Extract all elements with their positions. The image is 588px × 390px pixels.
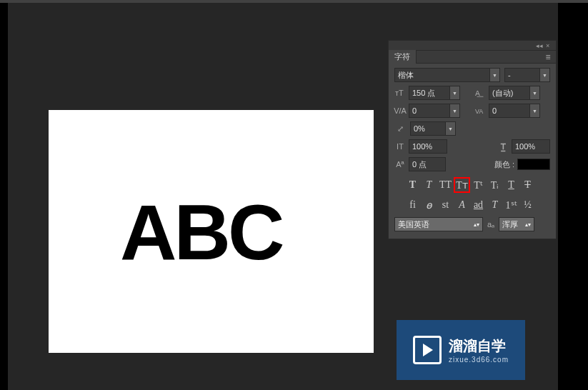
font-size-input[interactable]: 150 点 ▼: [409, 86, 460, 100]
character-panel: ◂◂ × 字符 ≡ 楷体 ▼ - ▼: [388, 40, 557, 239]
tab-character[interactable]: 字符: [389, 50, 417, 64]
fractions-button[interactable]: ½: [519, 197, 536, 213]
language-select[interactable]: 美国英语 ▴▾: [394, 217, 483, 231]
vertical-scale-icon: IT: [394, 141, 406, 152]
titling-alt-button[interactable]: T: [487, 197, 503, 213]
chevron-down-icon[interactable]: ▼: [449, 104, 459, 117]
watermark-text: 溜溜自学 zixue.3d66.com: [449, 336, 509, 364]
discretionary-lig-button[interactable]: st: [437, 197, 454, 213]
chevron-down-icon[interactable]: ▼: [529, 104, 539, 117]
svg-text:тT: тT: [395, 89, 404, 97]
color-label: 颜色 :: [494, 159, 514, 170]
document-canvas[interactable]: ABC: [49, 110, 374, 353]
canvas-text[interactable]: ABC: [120, 186, 281, 277]
baseline-row: Aª 0 点 颜色 :: [394, 157, 550, 171]
type-style-buttons: T T TT Tᴛ Tᵗ Tᵢ T Ŧ: [394, 177, 550, 193]
updown-icon: ▴▾: [474, 221, 479, 228]
faux-bold-button[interactable]: T: [404, 177, 421, 193]
font-size-icon: тT: [394, 87, 406, 99]
size-row: тT 150 点 ▼ A͟ (自动) ▼: [394, 86, 550, 100]
font-row: 楷体 ▼ - ▼: [394, 68, 550, 82]
language-row: 美国英语 ▴▾ aₐ 浑厚 ▴▾: [394, 217, 550, 231]
workspace: ABC ◂◂ × 字符 ≡ 楷体 ▼ - ▼: [8, 3, 558, 390]
scale-row: ⤢ 0% ▼: [394, 121, 550, 136]
panel-menu-icon[interactable]: ≡: [543, 52, 553, 62]
baseline-shift-icon: Aª: [394, 159, 406, 170]
font-family-select[interactable]: 楷体 ▼: [394, 68, 500, 82]
svg-text:A͟: A͟: [475, 89, 484, 97]
horizontal-scale-icon: T̲: [497, 141, 509, 152]
panel-header: ◂◂ ×: [389, 41, 556, 51]
chevron-down-icon[interactable]: ▼: [539, 69, 549, 81]
faux-italic-button[interactable]: T: [421, 177, 437, 193]
scale-icon: ⤢: [394, 123, 406, 134]
chevron-down-icon[interactable]: ▼: [449, 86, 459, 99]
font-style-select[interactable]: - ▼: [504, 68, 550, 82]
scale-input[interactable]: 0% ▼: [410, 121, 456, 136]
updown-icon: ▴▾: [525, 221, 531, 228]
vertical-scale-input[interactable]: 100%: [409, 139, 447, 154]
swash-button[interactable]: A: [454, 197, 470, 213]
contextual-alt-button[interactable]: ɵ: [421, 197, 437, 213]
svg-text:VA: VA: [475, 108, 483, 115]
ordinals-button[interactable]: 1ˢᵗ: [503, 197, 519, 213]
tracking-input[interactable]: 0 ▼: [489, 104, 540, 118]
watermark-logo-icon: [413, 336, 442, 364]
allcaps-button[interactable]: TT: [437, 177, 454, 193]
antialias-select[interactable]: 浑厚 ▴▾: [499, 217, 534, 231]
panel-body: 楷体 ▼ - ▼ тT 150 点: [389, 64, 556, 239]
kerning-icon: V/A: [394, 105, 406, 116]
panel-tabs: 字符 ≡: [389, 51, 556, 64]
kerning-input[interactable]: 0 ▼: [409, 104, 460, 118]
opentype-buttons: fi ɵ st A ad T 1ˢᵗ ½: [394, 197, 550, 213]
leading-input[interactable]: (自动) ▼: [489, 86, 540, 100]
collapse-icon[interactable]: ◂◂: [536, 43, 542, 49]
watermark: 溜溜自学 zixue.3d66.com: [397, 320, 525, 380]
baseline-input[interactable]: 0 点: [409, 157, 446, 171]
chevron-down-icon[interactable]: ▼: [489, 69, 499, 81]
ligatures-button[interactable]: fi: [404, 197, 421, 213]
subscript-button[interactable]: Tᵢ: [487, 177, 503, 193]
leading-icon: A͟: [474, 87, 486, 99]
underline-button[interactable]: T: [503, 177, 519, 193]
stretch-row: IT 100% T̲ 100%: [394, 139, 550, 154]
smallcaps-button[interactable]: Tᴛ: [454, 177, 470, 193]
chevron-down-icon[interactable]: ▼: [529, 86, 539, 99]
strikethrough-button[interactable]: Ŧ: [519, 177, 536, 193]
stylistic-alt-button[interactable]: ad: [470, 197, 487, 213]
close-icon[interactable]: ×: [546, 43, 552, 49]
horizontal-scale-input[interactable]: 100%: [512, 139, 550, 154]
tracking-icon: VA: [474, 105, 486, 116]
kerning-row: V/A 0 ▼ VA 0 ▼: [394, 104, 550, 118]
color-swatch[interactable]: [517, 159, 550, 170]
chevron-down-icon[interactable]: ▼: [445, 122, 455, 135]
superscript-button[interactable]: Tᵗ: [470, 177, 487, 193]
antialias-icon: aₐ: [487, 220, 494, 229]
